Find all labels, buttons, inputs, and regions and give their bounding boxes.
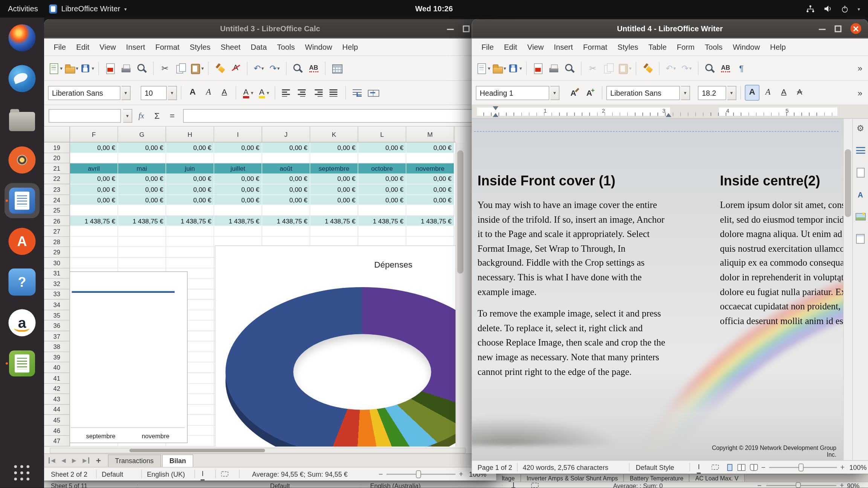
cell[interactable]: [262, 226, 310, 237]
font-name-dropdown[interactable]: ▾: [122, 86, 131, 100]
cell[interactable]: 1 438,75 €: [310, 216, 359, 226]
cell[interactable]: 0,00 €: [118, 174, 167, 184]
row-header[interactable]: 47: [44, 436, 70, 447]
dock-item-rhythmbox[interactable]: [5, 142, 40, 177]
cell[interactable]: 1 438,75 €: [118, 216, 167, 226]
cell[interactable]: 0,00 €: [70, 184, 118, 195]
cell[interactable]: avril: [70, 164, 118, 174]
cell[interactable]: 0,00 €: [214, 195, 263, 205]
clone-formatting-button[interactable]: [212, 60, 227, 76]
update-style-button[interactable]: A: [567, 85, 582, 101]
cell[interactable]: 0,00 €: [70, 142, 118, 153]
book-view-button[interactable]: [750, 461, 758, 474]
chevron-down-icon[interactable]: ▾: [857, 6, 860, 12]
menu-item[interactable]: Table: [643, 41, 672, 53]
cell[interactable]: 0,00 €: [406, 174, 455, 184]
row-header[interactable]: 43: [44, 394, 70, 405]
selection-mode-icon[interactable]: [712, 461, 719, 474]
font-color-button[interactable]: A▾: [240, 85, 255, 101]
cell[interactable]: 0,00 €: [118, 195, 167, 205]
sidebar-gallery-icon[interactable]: [854, 210, 866, 223]
row-header[interactable]: 37: [44, 331, 70, 342]
volume-icon[interactable]: [824, 5, 833, 13]
font-size-combobox[interactable]: 18.2: [698, 86, 726, 100]
bold-button[interactable]: A: [185, 85, 200, 101]
add-sheet-button[interactable]: +: [96, 456, 101, 465]
cell[interactable]: 0,00 €: [358, 195, 406, 205]
cell[interactable]: [70, 153, 118, 164]
cell[interactable]: 0,00 €: [166, 184, 214, 195]
equals-button[interactable]: =: [166, 111, 179, 121]
toolbar-overflow-button[interactable]: »: [857, 88, 864, 98]
menu-item[interactable]: File: [49, 41, 71, 53]
activities-button[interactable]: Activities: [8, 5, 38, 13]
save-button[interactable]: ▾: [507, 60, 522, 76]
cell[interactable]: [214, 226, 263, 237]
cell[interactable]: 0,00 €: [310, 142, 359, 153]
zoom-in-button[interactable]: +: [840, 482, 844, 488]
language-indicator[interactable]: English (Australia): [370, 482, 421, 488]
row-header[interactable]: 25: [44, 205, 70, 216]
zoom-out-button[interactable]: −: [757, 482, 761, 488]
undo-button[interactable]: ↶▾: [663, 60, 678, 76]
dock-item-files[interactable]: [5, 102, 40, 137]
cell[interactable]: [70, 247, 118, 258]
column-header[interactable]: F: [70, 127, 118, 142]
dock-item-libreoffice-writer[interactable]: [5, 183, 40, 218]
page-style-indicator[interactable]: Default: [270, 482, 290, 488]
cell[interactable]: 1 438,75 €: [70, 216, 118, 226]
sheet-tab-bilan[interactable]: Bilan: [162, 454, 193, 467]
maximize-button[interactable]: [463, 25, 470, 32]
dropdown-arrow-icon[interactable]: ▾: [92, 65, 94, 71]
background-sheet-tab[interactable]: Inverter Amps & Solar Shunt Amps: [521, 474, 624, 482]
new-button[interactable]: ▾: [476, 60, 491, 76]
page-style-indicator[interactable]: Default: [102, 468, 123, 481]
sheet-tab-transactions[interactable]: Transactions: [108, 454, 161, 467]
sidebar-styles-icon[interactable]: A: [854, 188, 866, 201]
selection-mode-icon[interactable]: [531, 482, 539, 488]
dock-item-libreoffice-calc[interactable]: [5, 346, 40, 381]
print-preview-button[interactable]: [134, 60, 149, 76]
select-all-corner[interactable]: [44, 127, 70, 142]
power-icon[interactable]: [841, 5, 849, 13]
cell[interactable]: [262, 205, 310, 216]
stats-indicator[interactable]: Average: 94,55 €; Sum: 94,55 €: [252, 468, 348, 481]
align-center-button[interactable]: [295, 85, 310, 101]
menu-item[interactable]: Help: [765, 41, 791, 53]
row-header[interactable]: 32: [44, 279, 70, 289]
column-header[interactable]: M: [406, 127, 455, 142]
menu-item[interactable]: Window: [727, 41, 765, 53]
paragraph-style-dropdown[interactable]: ▾: [550, 86, 559, 100]
cell[interactable]: 0,00 €: [406, 184, 455, 195]
row-header[interactable]: 26: [44, 216, 70, 226]
cell[interactable]: 0,00 €: [262, 174, 310, 184]
row-header[interactable]: 23: [44, 184, 70, 195]
row-header[interactable]: 20: [44, 153, 70, 164]
cell[interactable]: novembre: [406, 164, 455, 174]
row-header[interactable]: 36: [44, 321, 70, 331]
multi-page-view-button[interactable]: [738, 461, 746, 474]
row-header[interactable]: 21: [44, 164, 70, 174]
insert-mode-indicator[interactable]: I: [201, 468, 205, 481]
menu-item[interactable]: Styles: [612, 41, 643, 53]
writer-vertical-scrollbar[interactable]: [843, 119, 852, 460]
highlight-color-button[interactable]: A▾: [256, 85, 271, 101]
cell[interactable]: 0,00 €: [166, 142, 214, 153]
cell[interactable]: [118, 247, 167, 258]
cell[interactable]: 0,00 €: [70, 195, 118, 205]
menu-item[interactable]: Sheet: [215, 41, 246, 53]
strikethrough-button[interactable]: A: [792, 85, 807, 101]
sheet-indicator[interactable]: Sheet 5 of 11: [51, 482, 87, 488]
cell[interactable]: [406, 153, 455, 164]
cell[interactable]: 1 438,75 €: [406, 216, 455, 226]
cell[interactable]: 1 438,75 €: [166, 216, 214, 226]
merge-cells-button[interactable]: [366, 85, 381, 101]
network-icon[interactable]: [806, 5, 815, 13]
cell[interactable]: [310, 226, 359, 237]
cell[interactable]: 0,00 €: [358, 142, 406, 153]
minimize-button[interactable]: [447, 28, 454, 30]
dropdown-arrow-icon[interactable]: ▾: [267, 90, 269, 96]
toolbar-overflow-button[interactable]: »: [857, 63, 864, 73]
cell[interactable]: [118, 205, 167, 216]
column-header[interactable]: L: [358, 127, 406, 142]
